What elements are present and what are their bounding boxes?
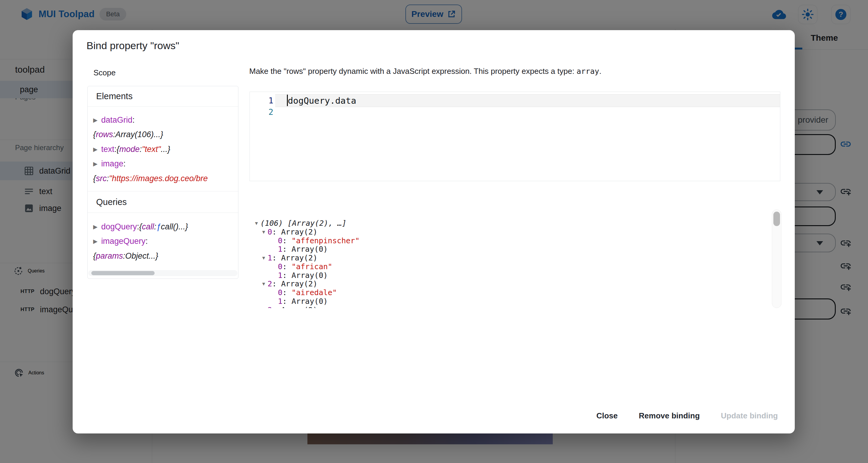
expander-triangle-icon[interactable]: ▶ [93, 117, 98, 124]
syntax-segment: Array(2) [281, 227, 317, 236]
scope-label: Scope [93, 68, 116, 78]
tree-line[interactable]: ▶text: {mode: "text"...} [88, 142, 238, 157]
syntax-segment: : [146, 237, 148, 246]
syntax-segment: src [96, 174, 107, 183]
divider [88, 106, 238, 107]
scrollbar-thumb[interactable] [773, 212, 780, 226]
queries-header: Queries [88, 191, 238, 213]
queries-tree[interactable]: ▶dogQuery: {call: ƒ call()...}▶imageQuer… [88, 219, 238, 264]
expander-triangle-icon[interactable]: ▼ [262, 255, 265, 261]
syntax-segment: { [93, 130, 96, 139]
toolpad-app: MUI Toolpad Beta Preview [0, 0, 868, 463]
tree-line: 1: Array(0) [252, 297, 843, 306]
syntax-segment: 1 [268, 253, 272, 262]
syntax-segment: : [282, 262, 291, 271]
evaluation-preview[interactable]: ▼(106) [Array(2), …]▼0: Array(2)0: "affe… [252, 219, 843, 308]
tree-line: 1: Array(0) [252, 245, 843, 253]
tree-line: 1: Array(0) [252, 271, 843, 280]
tree-line: 0: "african" [252, 262, 843, 271]
syntax-segment: : [272, 279, 281, 288]
tree-line: 0: "affenpinscher" [252, 236, 843, 245]
horizontal-scrollbar[interactable] [88, 270, 238, 276]
syntax-segment: : [282, 236, 291, 245]
expander-triangle-icon[interactable]: ▶ [93, 146, 98, 153]
expander-triangle-icon[interactable]: ▼ [262, 229, 265, 235]
expander-triangle-icon[interactable]: ▶ [93, 238, 98, 245]
syntax-segment: 2 [268, 279, 272, 288]
dialog-title: Bind property "rows" [87, 40, 179, 52]
syntax-segment: Array(0) [291, 271, 328, 280]
syntax-segment: Array(2) [281, 253, 317, 262]
tree-line[interactable]: ▼2: Array(2) [252, 280, 843, 288]
tree-line: {src: "https://images.dog.ceo/bre [88, 171, 238, 186]
syntax-segment: 3 [268, 306, 272, 308]
syntax-segment: : [282, 245, 291, 253]
tree-line: {rows: Array(106)...} [88, 127, 238, 142]
syntax-segment: : [132, 116, 135, 125]
tree-line[interactable]: ▶image: [88, 157, 238, 172]
syntax-segment: Array(106)...} [116, 130, 163, 139]
syntax-segment: params [96, 251, 123, 261]
syntax-segment: 0 [278, 262, 282, 271]
tree-line[interactable]: ▼0: Array(2) [252, 227, 843, 236]
syntax-segment: : [140, 145, 142, 154]
line-number-2: 2 [250, 107, 273, 117]
syntax-segment: { [117, 145, 119, 154]
syntax-segment: { [139, 222, 142, 232]
syntax-segment: mode [119, 145, 140, 154]
tree-line[interactable]: ▼(106) [Array(2), …] [252, 219, 843, 227]
syntax-segment: (106) [Array(2), …] [260, 219, 347, 227]
syntax-segment: 1 [278, 245, 282, 253]
expected-type: array [577, 67, 599, 76]
syntax-segment: 0 [278, 236, 282, 245]
syntax-segment: image [101, 159, 124, 168]
expander-triangle-icon[interactable]: ▶ [93, 223, 98, 230]
update-binding-button[interactable]: Update binding [714, 406, 784, 425]
scrollbar-thumb[interactable] [91, 271, 155, 275]
bind-property-dialog: Bind property "rows" Scope Elements ▶dat… [73, 30, 795, 433]
syntax-segment: 1 [278, 297, 282, 306]
syntax-segment: 0 [268, 227, 272, 236]
vertical-scrollbar[interactable] [772, 210, 781, 308]
syntax-segment: "airedale" [291, 288, 337, 297]
elements-tree[interactable]: ▶dataGrid:{rows: Array(106)...}▶text: {m… [88, 113, 238, 186]
syntax-segment: Array(0) [291, 297, 328, 306]
syntax-segment: : [272, 306, 281, 308]
syntax-segment: : [137, 222, 139, 232]
js-expression-editor[interactable]: 1 2 dogQuery.data [250, 92, 780, 181]
remove-binding-button[interactable]: Remove binding [632, 406, 707, 425]
syntax-segment: ...} [161, 145, 170, 154]
dialog-description: Make the "rows" property dynamic with a … [249, 66, 789, 77]
syntax-segment: { [93, 174, 96, 183]
syntax-segment: { [93, 251, 96, 261]
scope-panel: Elements ▶dataGrid:{rows: Array(106)...}… [87, 86, 239, 279]
syntax-segment: Array(2) [281, 279, 317, 288]
syntax-segment: : [114, 145, 117, 154]
tree-line[interactable]: ▶imageQuery: [88, 234, 238, 249]
tree-line: {params: Object...} [88, 249, 238, 264]
expander-triangle-icon[interactable]: ▼ [262, 307, 265, 308]
close-button[interactable]: Close [590, 406, 624, 425]
syntax-segment: dogQuery [101, 222, 137, 232]
syntax-segment: : [272, 227, 281, 236]
syntax-segment: Object...} [125, 251, 158, 261]
expander-triangle-icon[interactable]: ▼ [255, 220, 258, 226]
syntax-segment: dataGrid [101, 116, 133, 125]
syntax-segment: : [282, 297, 291, 306]
syntax-segment: Array(0) [291, 245, 328, 253]
syntax-segment: : [282, 288, 291, 297]
tree-line[interactable]: ▼3: Array(2) [252, 306, 843, 308]
syntax-segment: imageQuery [101, 237, 146, 246]
syntax-segment: : [107, 174, 109, 183]
divider [88, 213, 238, 213]
syntax-segment: : [282, 271, 291, 280]
tree-line[interactable]: ▼1: Array(2) [252, 253, 843, 262]
syntax-segment: : [113, 130, 116, 139]
syntax-segment: ƒ [156, 222, 161, 232]
tree-line[interactable]: ▶dataGrid: [88, 113, 238, 127]
syntax-segment: : [123, 251, 125, 261]
tree-line[interactable]: ▶dogQuery: {call: ƒ call()...} [88, 219, 238, 234]
expander-triangle-icon[interactable]: ▶ [93, 160, 98, 167]
expander-triangle-icon[interactable]: ▼ [262, 281, 265, 287]
syntax-segment: rows [96, 130, 113, 139]
